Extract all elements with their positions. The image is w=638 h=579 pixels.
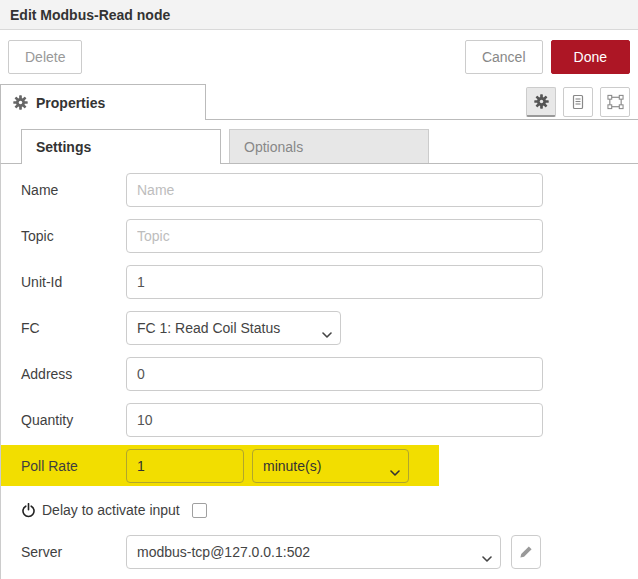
tray-tab-bar: Properties bbox=[0, 84, 638, 120]
topic-label: Topic bbox=[21, 228, 126, 244]
tab-settings-label: Settings bbox=[36, 139, 91, 155]
tab-optionals-label: Optionals bbox=[244, 139, 303, 155]
settings-tab-bar: Settings Optionals bbox=[0, 120, 638, 164]
fc-select[interactable]: FC 1: Read Coil Status bbox=[126, 311, 341, 345]
fc-row: FC FC 1: Read Coil Status bbox=[21, 311, 618, 345]
dialog-title: Edit Modbus-Read node bbox=[10, 7, 170, 23]
gear-icon bbox=[13, 95, 28, 110]
server-row: Server modbus-tcp@127.0.0.1:502 bbox=[21, 535, 618, 569]
poll-rate-label: Poll Rate bbox=[21, 458, 126, 474]
quantity-input[interactable] bbox=[126, 403, 543, 437]
document-icon bbox=[570, 94, 586, 110]
unit-id-row: Unit-Id bbox=[21, 265, 618, 299]
appearance-frame-icon bbox=[607, 94, 624, 110]
toolbar-right-group: Cancel Done bbox=[465, 40, 630, 74]
server-label: Server bbox=[21, 544, 126, 560]
dialog-header: Edit Modbus-Read node bbox=[0, 0, 638, 30]
delay-label: Delay to activate input bbox=[42, 502, 180, 518]
delay-checkbox[interactable] bbox=[192, 503, 207, 518]
address-label: Address bbox=[21, 366, 126, 382]
fc-label: FC bbox=[21, 320, 126, 336]
poll-rate-unit-select[interactable]: minute(s) bbox=[252, 449, 409, 483]
unit-id-input[interactable] bbox=[126, 265, 543, 299]
topic-input[interactable] bbox=[126, 219, 543, 253]
delete-button[interactable]: Delete bbox=[8, 40, 82, 74]
cancel-button[interactable]: Cancel bbox=[465, 40, 543, 74]
quantity-row: Quantity bbox=[21, 403, 618, 437]
name-row: Name bbox=[21, 173, 618, 207]
poll-rate-row: Poll Rate minute(s) bbox=[21, 449, 618, 483]
edit-pencil-icon bbox=[519, 545, 533, 559]
poll-rate-input[interactable] bbox=[126, 449, 244, 483]
tab-optionals[interactable]: Optionals bbox=[229, 129, 429, 163]
name-input[interactable] bbox=[126, 173, 543, 207]
quantity-label: Quantity bbox=[21, 412, 126, 428]
name-label: Name bbox=[21, 182, 126, 198]
done-button[interactable]: Done bbox=[551, 40, 630, 74]
tab-properties-label: Properties bbox=[36, 95, 105, 111]
address-input[interactable] bbox=[126, 357, 543, 391]
unit-id-label: Unit-Id bbox=[21, 274, 126, 290]
tab-settings[interactable]: Settings bbox=[21, 129, 221, 164]
address-row: Address bbox=[21, 357, 618, 391]
tray-icon-buttons bbox=[526, 87, 630, 117]
description-doc-button[interactable] bbox=[563, 87, 593, 117]
topic-row: Topic bbox=[21, 219, 618, 253]
properties-gear-button[interactable] bbox=[526, 87, 556, 117]
server-select[interactable]: modbus-tcp@127.0.0.1:502 bbox=[126, 535, 501, 569]
tab-properties[interactable]: Properties bbox=[0, 84, 206, 120]
power-icon bbox=[21, 503, 36, 518]
delay-row: Delay to activate input bbox=[21, 495, 618, 525]
edit-server-button[interactable] bbox=[511, 535, 541, 569]
gear-icon bbox=[534, 94, 549, 109]
appearance-button[interactable] bbox=[600, 87, 630, 117]
dialog-toolbar: Delete Cancel Done bbox=[0, 30, 638, 84]
settings-form: Name Topic Unit-Id FC FC 1: Read Coil St… bbox=[0, 164, 638, 579]
